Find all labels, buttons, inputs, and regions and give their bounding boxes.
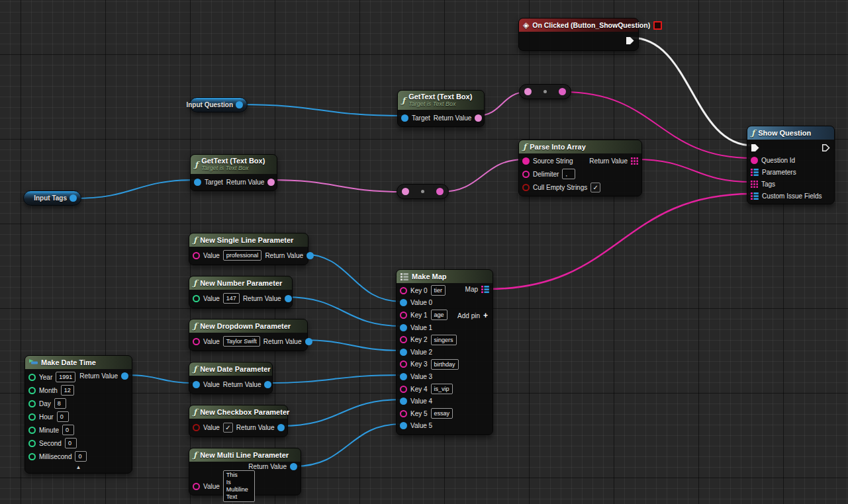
key-1-pin[interactable] (400, 312, 407, 319)
value-checkbox[interactable]: ✓ (223, 423, 233, 433)
key-2-field[interactable]: singers (431, 335, 457, 345)
value-0-pin[interactable] (400, 299, 407, 306)
wire-inputquestion-gettext-target[interactable] (240, 105, 403, 116)
wire-makemap-customissuefields[interactable] (488, 194, 752, 289)
exec-out-pin[interactable] (822, 144, 831, 152)
wire-datetime-datevalue[interactable] (126, 375, 195, 383)
key-5-field[interactable]: essay (431, 408, 453, 419)
day-field[interactable]: 8 (54, 398, 66, 409)
reroute-in-pin[interactable] (524, 88, 532, 95)
node-new-checkbox-parameter[interactable]: ƒ New Checkbox Parameter Value ✓ Return … (189, 405, 288, 437)
value-1-pin[interactable] (400, 324, 407, 331)
wire-gettext2-rv-reroute[interactable] (270, 180, 404, 192)
value-pin[interactable] (193, 424, 200, 431)
return-value-array-pin[interactable] (631, 157, 638, 165)
value-pin[interactable] (193, 252, 200, 259)
node-header[interactable]: ƒ GetText (Text Box) Target is Text Box (398, 91, 484, 110)
node-show-question[interactable]: ƒ Show Question Question Id Parameters T… (747, 126, 835, 204)
question-id-pin[interactable] (751, 157, 758, 164)
return-value-pin[interactable] (290, 463, 297, 470)
minute-pin[interactable] (28, 427, 36, 434)
parameters-map-pin[interactable] (751, 169, 759, 176)
reroute-out-pin[interactable] (436, 188, 444, 195)
blueprint-canvas[interactable]: ◈ On Clicked (Button_ShowQuestion) ƒ Get… (0, 0, 848, 504)
wire-multiline-value5[interactable] (295, 424, 402, 466)
millisecond-pin[interactable] (28, 453, 36, 460)
node-header[interactable]: ƒ New Dropdown Parameter (189, 319, 307, 333)
node-header[interactable]: ƒ Show Question (747, 126, 834, 140)
wire-reroute-sourcestring[interactable] (441, 159, 524, 192)
year-pin[interactable] (28, 374, 36, 381)
year-field[interactable]: 1991 (56, 372, 75, 382)
node-new-date-parameter[interactable]: ƒ New Date Parameter Value Return Value (189, 362, 273, 394)
day-pin[interactable] (28, 400, 36, 407)
reroute-node-tags[interactable] (397, 184, 449, 199)
node-header[interactable]: Make Date Time (25, 356, 132, 369)
variable-node-input-question[interactable]: Input Question (189, 97, 248, 112)
node-header[interactable]: ◈ On Clicked (Button_ShowQuestion) (519, 19, 638, 32)
node-header[interactable]: ƒ New Multi Line Parameter (189, 448, 301, 462)
key-2-pin[interactable] (400, 336, 407, 343)
minute-field[interactable]: 0 (62, 425, 74, 435)
node-on-clicked[interactable]: ◈ On Clicked (Button_ShowQuestion) (518, 18, 639, 51)
add-pin-button[interactable]: Add pin + (457, 311, 488, 320)
node-new-dropdown-parameter[interactable]: ƒ New Dropdown Parameter Value Taylor Sw… (189, 319, 308, 351)
node-header[interactable]: ƒ New Single Line Parameter (189, 233, 308, 247)
node-gettext-textbox-top[interactable]: ƒ GetText (Text Box) Target is Text Box … (397, 90, 485, 127)
tags-array-pin[interactable] (751, 181, 758, 188)
reroute-node-question[interactable] (519, 84, 571, 99)
value-pin[interactable] (193, 338, 200, 345)
hour-field[interactable]: 0 (57, 411, 69, 422)
return-value-pin[interactable] (264, 381, 271, 388)
return-value-pin[interactable] (475, 114, 482, 122)
wire-date-value3[interactable] (266, 375, 402, 383)
reroute-in-pin[interactable] (402, 188, 409, 195)
node-header[interactable]: ƒ New Checkbox Parameter (189, 405, 287, 419)
node-header[interactable]: ƒ New Date Parameter (189, 362, 272, 376)
return-value-pin[interactable] (306, 252, 314, 259)
node-new-multi-line-parameter[interactable]: ƒ New Multi Line Parameter Value This Is… (189, 448, 301, 495)
exec-in-pin[interactable] (751, 144, 760, 152)
second-field[interactable]: 0 (65, 438, 77, 448)
custom-issue-fields-map-pin[interactable] (751, 192, 759, 200)
node-parse-into-array[interactable]: ƒ Parse Into Array Source String Return … (518, 140, 642, 196)
key-0-pin[interactable] (400, 287, 407, 294)
hour-pin[interactable] (28, 413, 36, 421)
wire-parse-rv-tags[interactable] (636, 159, 752, 182)
value-pin[interactable] (193, 381, 200, 388)
cull-empty-strings-pin[interactable] (522, 184, 530, 191)
return-value-pin[interactable] (285, 295, 292, 302)
node-header[interactable]: ƒ GetText (Text Box) Target is Text Box (191, 155, 277, 174)
target-pin[interactable] (194, 179, 201, 186)
delimiter-field[interactable]: , (562, 169, 575, 179)
return-value-pin[interactable] (305, 338, 312, 345)
variable-node-input-tags[interactable]: Input Tags (23, 190, 81, 206)
value-pin[interactable] (193, 483, 200, 490)
node-new-number-parameter[interactable]: ƒ New Number Parameter Value 147 Return … (189, 276, 293, 308)
cull-empty-strings-checkbox[interactable]: ✓ (590, 183, 600, 192)
wire-dropdown-value2[interactable] (301, 340, 402, 351)
node-header[interactable]: Make Map (397, 270, 493, 283)
wire-singleline-value0[interactable] (302, 254, 402, 302)
value-2-pin[interactable] (400, 349, 407, 356)
source-string-pin[interactable] (522, 157, 530, 165)
key-4-field[interactable]: is_vip (431, 384, 453, 394)
map-output-pin[interactable] (481, 286, 489, 293)
delimiter-pin[interactable] (522, 171, 530, 178)
node-header[interactable]: ƒ Parse Into Array (519, 140, 641, 153)
collapse-arrow-icon[interactable]: ▲ (76, 464, 81, 470)
month-pin[interactable] (28, 387, 36, 394)
key-0-field[interactable]: tier (431, 285, 446, 296)
node-gettext-textbox-left[interactable]: ƒ GetText (Text Box) Target is Text Box … (190, 154, 277, 191)
reroute-out-pin[interactable] (559, 88, 566, 95)
delegate-pin[interactable] (653, 21, 662, 30)
key-1-field[interactable]: age (431, 310, 448, 320)
wire-inputtags-gettext-target[interactable] (74, 180, 196, 198)
value-field[interactable]: Taylor Swift (223, 336, 260, 347)
value-multiline-field[interactable]: This Is Multiline Text (223, 470, 255, 502)
node-make-map[interactable]: Make Map Map Add pin + Key 0tier Value 0… (396, 269, 493, 435)
variable-output-pin[interactable] (70, 194, 77, 202)
value-pin[interactable] (193, 295, 200, 302)
key-5-pin[interactable] (400, 410, 407, 417)
return-value-pin[interactable] (267, 179, 275, 186)
